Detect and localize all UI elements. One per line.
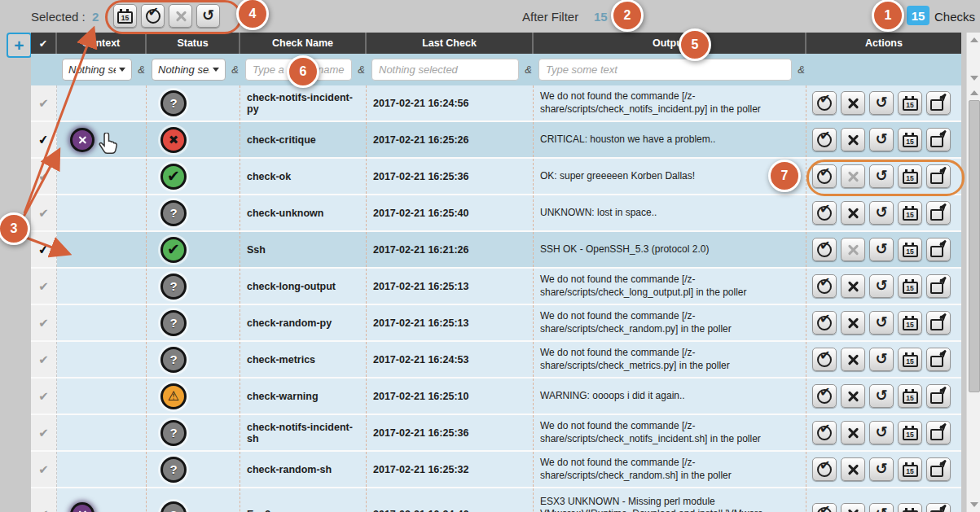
export-action-button[interactable] [926,384,951,408]
tools-icon [846,427,859,440]
export-action-button[interactable] [926,421,951,444]
calendar-15-action-button[interactable]: 15 [898,128,922,151]
context-tools-icon[interactable] [70,128,94,152]
row-context-cell [57,305,147,340]
acknowledge-check-circle-action-button[interactable] [812,311,837,335]
tools-action-button[interactable] [841,384,865,408]
undo-action-button[interactable]: ↺ [869,91,894,115]
export-action-button[interactable] [926,201,951,225]
undo-action-button[interactable]: ↺ [869,128,894,151]
scroll-down-icon[interactable] [970,76,978,81]
row-select-checkbox[interactable]: ✔ [31,488,57,512]
acknowledge-check-circle-action-button[interactable] [812,91,837,115]
calendar-15-action-button[interactable]: 15 [898,201,922,225]
undo-action-button[interactable]: ↺ [869,503,894,512]
export-action-button[interactable] [926,503,951,512]
export-action-button[interactable] [926,311,951,335]
undo-action-button[interactable]: ↺ [869,238,894,261]
calendar-15-action-button[interactable]: 15 [898,311,922,335]
row-select-checkbox[interactable]: ✔ [31,415,57,450]
acknowledge-check-circle-action-button[interactable] [812,274,837,298]
tools-action-button[interactable] [841,348,865,371]
scrollbar-thumb[interactable] [969,100,980,392]
export-action-button[interactable] [926,238,951,261]
row-select-checkbox[interactable]: ✔ [31,379,57,414]
add-check-button[interactable]: + [7,33,32,58]
row-select-checkbox[interactable]: ✔ [31,269,57,304]
export-action-button[interactable] [926,274,951,298]
row-select-checkbox[interactable]: ✔ [31,195,57,230]
last-check-filter-input[interactable] [371,59,519,81]
tools-action-button[interactable] [841,421,865,444]
tools-action-button[interactable] [841,503,865,512]
export-icon [930,246,943,257]
undo-action-button[interactable]: ↺ [869,457,894,481]
acknowledge-check-circle-action-button[interactable] [812,503,837,512]
tools-action-button[interactable] [841,128,865,151]
undo-button[interactable]: ↺ [196,4,220,28]
calendar-15-action-button[interactable]: 15 [898,348,922,371]
tools-action-button[interactable] [841,201,865,225]
undo-action-button[interactable]: ↺ [869,311,894,335]
export-action-button[interactable] [926,348,951,371]
calendar-15-action-button[interactable]: 15 [898,164,922,188]
context-tools-icon[interactable] [70,502,94,512]
scroll-up-icon[interactable] [970,90,978,95]
calendar-15-action-button[interactable]: 15 [898,274,922,298]
calendar-15-action-button[interactable]: 15 [898,421,922,444]
row-select-checkbox[interactable]: ✔ [31,85,57,120]
body-scrollbar[interactable] [966,85,980,512]
context-filter-dropdown[interactable]: Nothing selec [62,59,132,81]
header-select-all[interactable]: ✔ [31,33,57,54]
undo-action-button[interactable]: ↺ [869,201,894,225]
calendar-15-action-button[interactable]: 15 [898,238,922,261]
tools-action-button[interactable] [841,164,865,188]
calendar-15-action-button[interactable]: 15 [898,457,922,481]
status-filter-dropdown[interactable]: Nothing selec [152,59,226,81]
undo-action-button[interactable]: ↺ [869,348,894,371]
tools-action-button[interactable] [841,274,865,298]
last-check-time: 2017-02-21 16:25:13 [367,269,534,304]
acknowledge-check-circle-action-button[interactable] [812,457,837,481]
calendar-15-action-button[interactable]: 15 [898,384,922,408]
row-select-checkbox[interactable]: ✔ [31,342,57,377]
row-select-checkbox[interactable]: ✔ [31,122,57,157]
calendar-15-action-button[interactable]: 15 [898,91,922,115]
header-scrollbar[interactable] [966,33,980,85]
export-action-button[interactable] [926,164,951,188]
acknowledge-check-circle-action-button[interactable] [812,348,837,371]
tools-button[interactable] [169,4,192,28]
undo-action-button[interactable]: ↺ [869,164,894,188]
export-action-button[interactable] [926,457,951,481]
export-action-button[interactable] [926,91,951,115]
scroll-up-icon[interactable] [970,37,978,42]
acknowledge-check-circle-action-button[interactable] [812,238,837,261]
row-select-checkbox[interactable]: ✔ [31,305,57,340]
scroll-down-icon[interactable] [970,502,978,507]
export-icon [930,429,943,440]
acknowledge-check-circle-button[interactable] [141,4,165,28]
output-filter-input[interactable] [538,59,792,81]
acknowledge-check-circle-action-button[interactable] [812,384,837,408]
acknowledge-check-circle-action-button[interactable] [812,421,837,444]
calendar-15-button[interactable]: 15 [113,4,137,28]
acknowledge-check-circle-action-button[interactable] [812,201,837,225]
tools-action-button[interactable] [841,238,865,261]
undo-action-button[interactable]: ↺ [869,421,894,444]
tools-action-button[interactable] [841,91,865,115]
acknowledge-check-circle-action-button[interactable] [812,128,837,151]
export-action-button[interactable] [926,128,951,151]
tools-action-button[interactable] [841,457,865,481]
acknowledge-check-circle-action-button[interactable] [812,164,837,188]
row-select-checkbox[interactable]: ✔ [31,232,57,267]
annotation-badge-7: 7 [768,160,801,192]
calendar-15-action-button[interactable]: 15 [898,503,922,512]
row-select-checkbox[interactable]: ✔ [31,159,57,194]
undo-action-button[interactable]: ↺ [869,384,894,408]
undo-action-button[interactable]: ↺ [869,274,894,298]
tools-action-button[interactable] [841,311,865,335]
row-select-checkbox[interactable]: ✔ [31,452,57,487]
tools-icon [846,133,859,147]
header-last-check: Last Check [367,33,534,54]
tools-icon [174,10,187,23]
